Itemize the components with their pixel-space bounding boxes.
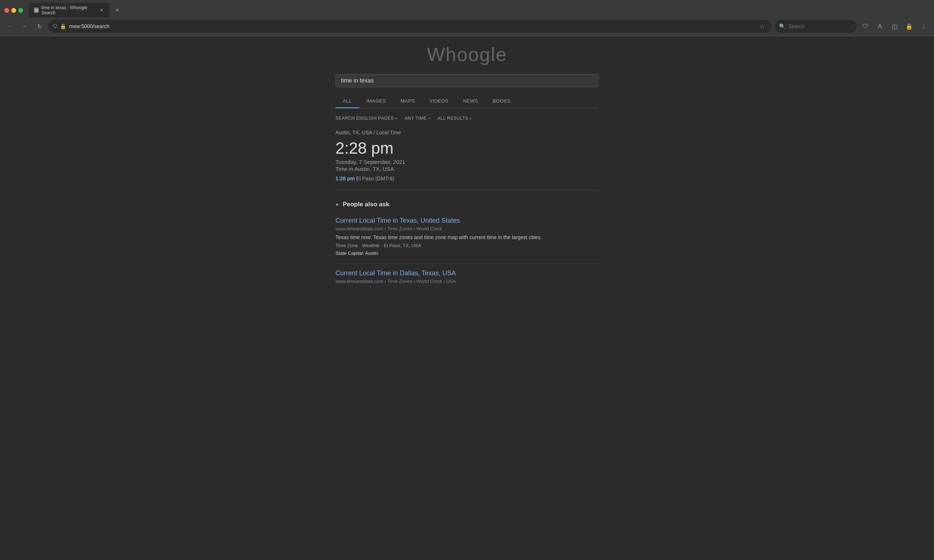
- address-bar[interactable]: 🛡 🔒 ☆: [48, 20, 772, 33]
- bookmark-button[interactable]: ☆: [757, 21, 767, 31]
- time-location-display: Time in Austin, TX, USA: [335, 166, 599, 172]
- date-display: Tuesday, 7 September, 2021: [335, 159, 599, 165]
- search-box-wrapper: [335, 74, 599, 87]
- address-bar-security-icons: 🛡 🔒: [52, 23, 66, 29]
- filter-time-label: ANY TIME: [404, 116, 426, 121]
- browser-search-bar[interactable]: 🔍: [775, 20, 857, 33]
- filter-results-label: ALL RESULTS: [437, 116, 468, 121]
- back-button[interactable]: ←: [5, 20, 16, 32]
- result-state-capital: State Capital: Austin: [335, 251, 599, 256]
- tab-news[interactable]: NEWS: [456, 95, 485, 108]
- forward-button[interactable]: →: [19, 20, 31, 32]
- close-window-button[interactable]: [5, 8, 9, 13]
- maximize-window-button[interactable]: [18, 8, 23, 13]
- tab-books[interactable]: BOOKS: [485, 95, 518, 108]
- people-also-ask: ► People also ask: [335, 201, 599, 208]
- secondary-location: El Paso (GMT-6): [356, 175, 394, 182]
- state-capital-value: Austin: [365, 251, 378, 256]
- time-location-label: Austin, TX, USA / Local Time: [335, 129, 599, 135]
- el-paso-time: 1:28 pm El Paso (GMT-6): [335, 175, 599, 182]
- chevron-down-icon: ▾: [428, 117, 431, 120]
- tab-maps[interactable]: MAPS: [393, 95, 422, 108]
- filter-time-button[interactable]: ANY TIME ▾: [404, 116, 430, 121]
- shield-icon: 🛡: [52, 23, 58, 29]
- browser-search-input[interactable]: [788, 23, 852, 29]
- new-tab-button[interactable]: +: [112, 5, 122, 15]
- browser-tab[interactable]: W time in texas - Whoogle Search ✕: [29, 3, 109, 17]
- paa-header-text: People also ask: [343, 201, 389, 208]
- divider: [335, 263, 599, 263]
- filter-results-button[interactable]: ALL RESULTS ▾: [437, 116, 472, 121]
- tab-close-button[interactable]: ✕: [99, 7, 104, 13]
- tabs-bar: ALL IMAGES MAPS VIDEOS NEWS BOOKS: [335, 95, 599, 108]
- filters-bar: SEARCH ENGLISH PAGES ▾ ANY TIME ▾ ALL RE…: [335, 116, 599, 121]
- time-widget: Austin, TX, USA / Local Time 2:28 pm Tue…: [335, 129, 599, 191]
- tab-videos[interactable]: VIDEOS: [422, 95, 456, 108]
- search-result-1: Current Local Time in Texas, United Stat…: [335, 217, 599, 256]
- shield-alt-icon[interactable]: 🛡: [860, 20, 871, 32]
- time-display: 2:28 pm: [335, 139, 599, 157]
- state-capital-label: State Capital:: [335, 251, 364, 256]
- result-title-2[interactable]: Current Local Time in Dallas, Texas, USA: [335, 269, 599, 277]
- search-result-2: Current Local Time in Dallas, Texas, USA…: [335, 269, 599, 284]
- whoogle-logo: Whoogle: [335, 43, 599, 65]
- paa-header: ► People also ask: [335, 201, 599, 208]
- chevron-down-icon: ▾: [469, 117, 472, 120]
- search-box[interactable]: [335, 74, 599, 87]
- title-bar: W time in texas - Whoogle Search ✕ +: [0, 0, 934, 17]
- avatar-icon[interactable]: A: [874, 20, 886, 32]
- browser-chrome: W time in texas - Whoogle Search ✕ + ← →…: [0, 0, 934, 36]
- search-input[interactable]: [341, 77, 593, 84]
- chevron-down-icon: ▾: [395, 117, 398, 120]
- result-url-2: www.timeanddate.com › Time Zones › World…: [335, 278, 599, 284]
- tab-all[interactable]: ALL: [335, 95, 359, 108]
- result-url-1: www.timeanddate.com › Time Zones › World…: [335, 226, 599, 231]
- result-desc-1: Texas time now. Texas time zones and tim…: [335, 234, 599, 241]
- addon-icon[interactable]: 🔒: [903, 20, 915, 32]
- tab-images[interactable]: IMAGES: [359, 95, 394, 108]
- filter-language-label: SEARCH ENGLISH PAGES: [335, 116, 394, 121]
- nav-right-icons: 🛡 A ◫ 🔒 ⋮: [860, 20, 929, 32]
- reload-button[interactable]: ↻: [34, 20, 45, 32]
- tab-favicon: W: [34, 8, 39, 13]
- result-meta-1: Time Zone · Weather · El Paso, TX, USA: [335, 243, 599, 248]
- url-input[interactable]: [69, 23, 754, 29]
- secondary-time: 1:28 pm: [335, 175, 355, 182]
- paa-arrow-icon: ►: [335, 202, 340, 207]
- page-content: Whoogle ALL IMAGES MAPS VIDEOS NEWS BOOK…: [321, 36, 613, 298]
- tab-title: time in texas - Whoogle Search: [42, 5, 96, 15]
- menu-icon[interactable]: ⋮: [918, 20, 929, 32]
- window-controls: [5, 8, 23, 13]
- minimize-window-button[interactable]: [11, 8, 16, 13]
- search-icon: 🔍: [779, 23, 785, 29]
- extensions-icon[interactable]: ◫: [889, 20, 900, 32]
- nav-bar: ← → ↻ 🛡 🔒 ☆ 🔍 🛡 A ◫ 🔒 ⋮: [0, 17, 934, 36]
- result-title-1[interactable]: Current Local Time in Texas, United Stat…: [335, 217, 599, 225]
- filter-language-button[interactable]: SEARCH ENGLISH PAGES ▾: [335, 116, 397, 121]
- lock-icon: 🔒: [60, 23, 66, 29]
